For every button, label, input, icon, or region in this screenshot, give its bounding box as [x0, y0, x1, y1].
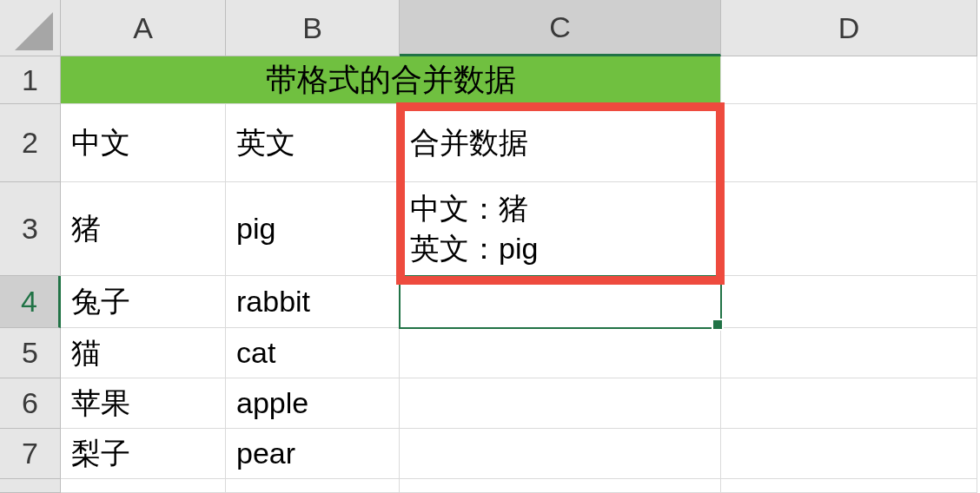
cell-C3[interactable]: 中文：猪 英文：pig	[400, 182, 721, 276]
cell-B6[interactable]: apple	[226, 378, 400, 429]
col-header-C[interactable]: C	[400, 0, 721, 56]
cell-D7[interactable]	[721, 429, 977, 479]
row-header-6[interactable]: 6	[0, 378, 61, 429]
row-header-2[interactable]: 2	[0, 104, 61, 182]
cell-C7[interactable]	[400, 429, 721, 479]
cell-B4[interactable]: rabbit	[226, 276, 400, 328]
cell-A3[interactable]: 猪	[61, 182, 226, 276]
spreadsheet-grid: A B C D 1 带格式的合并数据 2 中文 英文 合并数据 3 猪 pig …	[0, 0, 980, 493]
row-header-1[interactable]: 1	[0, 56, 61, 104]
cell-A4[interactable]: 兔子	[61, 276, 226, 328]
col-header-B[interactable]: B	[226, 0, 400, 56]
row-header-3[interactable]: 3	[0, 182, 61, 276]
cell-D8[interactable]	[721, 479, 977, 493]
col-header-D[interactable]: D	[721, 0, 977, 56]
cell-D5[interactable]	[721, 328, 977, 378]
cell-B3[interactable]: pig	[226, 182, 400, 276]
cell-B5[interactable]: cat	[226, 328, 400, 378]
cell-D4[interactable]	[721, 276, 977, 328]
cell-C2[interactable]: 合并数据	[400, 104, 721, 182]
row-header-8[interactable]	[0, 479, 61, 493]
col-header-A[interactable]: A	[61, 0, 226, 56]
row-header-4[interactable]: 4	[0, 276, 61, 328]
cell-B2[interactable]: 英文	[226, 104, 400, 182]
cell-A5[interactable]: 猫	[61, 328, 226, 378]
cell-B8[interactable]	[226, 479, 400, 493]
cell-B7[interactable]: pear	[226, 429, 400, 479]
cell-C4-active[interactable]	[400, 276, 721, 328]
cell-A7[interactable]: 梨子	[61, 429, 226, 479]
row-header-5[interactable]: 5	[0, 328, 61, 378]
cell-C6[interactable]	[400, 378, 721, 429]
cell-A2[interactable]: 中文	[61, 104, 226, 182]
cell-C5[interactable]	[400, 328, 721, 378]
cell-D6[interactable]	[721, 378, 977, 429]
row-header-7[interactable]: 7	[0, 429, 61, 479]
merged-title-cell[interactable]: 带格式的合并数据	[61, 56, 721, 104]
cell-D1[interactable]	[721, 56, 977, 104]
cell-C8[interactable]	[400, 479, 721, 493]
cell-D2[interactable]	[721, 104, 977, 182]
select-all-corner[interactable]	[0, 0, 61, 56]
cell-A6[interactable]: 苹果	[61, 378, 226, 429]
cell-A8[interactable]	[61, 479, 226, 493]
cell-D3[interactable]	[721, 182, 977, 276]
